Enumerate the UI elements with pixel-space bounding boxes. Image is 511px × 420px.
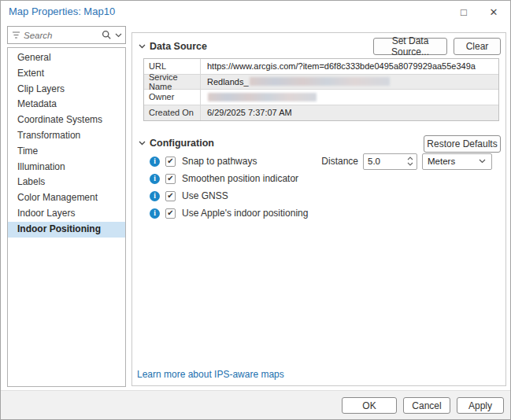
map-properties-dialog: Map Properties: Map10 □ ✕ Gener [0,0,511,420]
sidebar-item[interactable]: Indoor Layers [8,206,125,222]
distance-spinner [363,153,417,170]
table-row-label: URL [144,59,201,74]
learn-more-link[interactable]: Learn more about IPS-aware maps [137,369,284,380]
configuration-title: Configuration [150,138,214,149]
option-row: i Use GNSS [132,187,505,204]
window-controls: □ ✕ [449,1,509,23]
table-row-value: Redlands_ [201,75,498,90]
table-row-value [201,90,498,105]
table-row-value-text: 6/29/2025 7:37:07 AM [207,108,292,117]
distance-controls: Distance Meters [321,153,492,170]
option-label: Snap to pathways [182,156,257,167]
chevron-down-icon [479,159,486,164]
option-row: i Smoothen position indicator [132,170,505,187]
distance-unit-value: Meters [428,157,455,166]
option-label: Use Apple's indoor positioning [182,208,308,219]
cancel-button[interactable]: Cancel [403,397,450,414]
titlebar: Map Properties: Map10 □ ✕ [1,1,510,23]
redacted-value [208,93,317,101]
option-label: Smoothen position indicator [182,173,298,184]
ok-button[interactable]: OK [342,397,397,414]
apply-button[interactable]: Apply [457,397,504,414]
sidebar-item[interactable]: Transformation [8,128,125,144]
info-icon[interactable]: i [150,157,160,167]
distance-unit-select[interactable]: Meters [422,153,492,170]
data-source-title: Data Source [150,41,207,52]
sidebar-item[interactable]: Labels [8,175,125,190]
data-source-header: Data Source [139,41,207,52]
distance-label: Distance [321,156,358,167]
sidebar-item[interactable]: Indoor Positioning [8,222,125,238]
filter-icon [12,31,20,39]
sidebar-item[interactable]: General [8,50,125,66]
distance-input[interactable] [364,157,404,166]
sidebar-item[interactable]: Extent [8,66,125,82]
sidebar-item[interactable]: Illumination [8,160,125,175]
clear-button[interactable]: Clear [454,38,501,55]
table-row-value-text: Redlands_ [207,77,249,87]
sidebar-item[interactable]: Color Management [8,190,125,206]
sidebar-search-box [7,26,126,44]
option-row: i Use Apple's indoor positioning [132,204,505,222]
table-row-value-text: https://www.arcgis.com/?item=d6f8c333bde… [207,61,476,71]
content-panel: Data Source Set Data Source... Clear URL… [131,32,506,386]
set-data-source-button[interactable]: Set Data Source... [373,38,447,55]
collapse-chevron-icon[interactable] [139,44,146,49]
restore-defaults-button[interactable]: Restore Defaults [424,135,501,153]
sidebar-item[interactable]: Time [8,144,125,160]
table-row-value: 6/29/2025 7:37:07 AM [201,105,498,121]
data-source-table: URL https://www.arcgis.com/?item=d6f8c33… [143,58,499,121]
option-label: Use GNSS [182,190,228,201]
table-row-label: Created On [144,105,201,121]
info-icon[interactable]: i [150,174,160,184]
table-row-label: Owner [144,90,201,105]
info-icon[interactable]: i [150,208,160,219]
sidebar-item[interactable]: Metadata [8,97,125,112]
table-row-value: https://www.arcgis.com/?item=d6f8c333bde… [201,59,498,74]
collapse-chevron-icon[interactable] [139,141,146,146]
window-title: Map Properties: Map10 [9,6,115,17]
spinner-arrows[interactable] [404,157,417,166]
redacted-value [250,77,390,86]
checkbox[interactable] [165,174,176,184]
sidebar-item[interactable]: Coordinate Systems [8,112,125,128]
footer-bar: OK Cancel Apply [1,390,510,419]
configuration-header: Configuration [139,138,214,149]
table-row: Service Name Redlands_ [144,75,498,90]
info-icon[interactable]: i [150,191,160,201]
sidebar-item[interactable]: Clip Layers [8,82,125,98]
table-row: Created On 6/29/2025 7:37:07 AM [144,105,498,121]
search-input[interactable] [24,31,98,40]
spin-up-icon [407,157,413,160]
chevron-down-icon[interactable] [115,33,122,38]
checkbox[interactable] [165,208,176,219]
checkbox[interactable] [165,191,176,201]
table-row: Owner [144,90,498,105]
spin-down-icon [407,162,413,166]
sidebar-nav: General Extent Clip Layers Metadata Coor… [7,47,126,387]
close-button[interactable]: ✕ [479,1,509,23]
table-row-label: Service Name [144,75,201,90]
maximize-button[interactable]: □ [449,1,479,23]
checkbox[interactable] [165,157,176,167]
search-icon[interactable] [102,30,112,40]
